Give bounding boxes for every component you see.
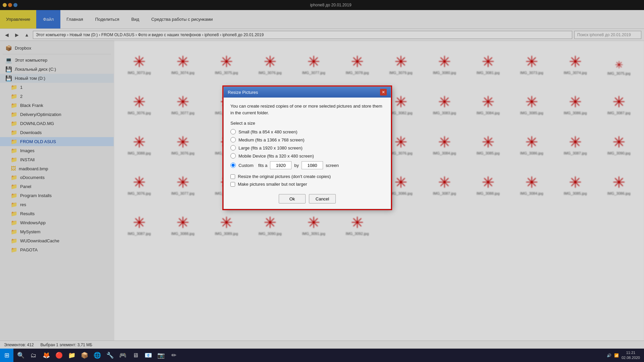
size-option-small[interactable]: Small (fits a 854 x 480 screen) [230, 129, 384, 134]
start-button[interactable]: ⊞ [0, 349, 13, 362]
taskbar-pencil-icon[interactable]: ✏ [168, 349, 180, 361]
custom-by-label: by [294, 163, 299, 168]
size-option-medium[interactable]: Medium (fits a 1366 x 768 screen) [230, 137, 384, 142]
radio-large[interactable] [230, 145, 236, 150]
taskbar-settings-icon[interactable]: 🔧 [104, 349, 116, 361]
radio-small[interactable] [230, 129, 236, 134]
checkbox-resize-original-input[interactable] [230, 174, 235, 179]
taskbar-chrome-icon[interactable]: 🌐 [91, 349, 103, 361]
size-option-large-label: Large (fits a 644 x 362 screen) [238, 145, 303, 150]
clock-date: 02.08.2020 [622, 355, 640, 360]
dialog-close-button[interactable]: ✕ [380, 89, 387, 96]
size-option-medium-label: Medium (fits a 1366 x 768 screen) [238, 137, 305, 142]
taskbar-right: 🔊 📶 11:21 02.08.2020 [607, 350, 644, 361]
checkbox-smaller-only-input[interactable] [230, 182, 235, 187]
custom-height-input[interactable]: 1080 [302, 161, 323, 169]
taskbar-task-view-icon[interactable]: 🗂 [28, 349, 40, 361]
taskbar-icons: 🔍 🗂 🦊 🔴 📁 📦 🌐 🔧 🎮 🖥 📧 📷 ✏ [13, 349, 181, 361]
custom-width-input[interactable]: 1920 [270, 161, 291, 169]
taskbar: ⊞ 🔍 🗂 🦊 🔴 📁 📦 🌐 🔧 🎮 🖥 📧 📷 ✏ 🔊 📶 11:21 02… [0, 349, 644, 362]
taskbar-monitor-icon[interactable]: 🖥 [129, 349, 142, 361]
checkbox-smaller-only-label: Make pictures smaller but not larger [238, 182, 307, 187]
radio-mobile[interactable] [230, 153, 236, 159]
custom-fits-label: fits a [258, 163, 267, 168]
checkbox-smaller-only[interactable]: Make pictures smaller but not larger [230, 182, 384, 187]
size-option-mobile-label: Mobile Device (fits a 320 x 480 screen) [238, 154, 314, 159]
radio-custom[interactable] [230, 163, 236, 168]
clock-time: 11:21 [622, 350, 640, 355]
taskbar-volume-icon[interactable]: 🔊 [607, 353, 611, 358]
taskbar-camera-icon[interactable]: 📷 [155, 349, 167, 361]
size-option-mobile[interactable]: Mobile Device (fits a 320 x 480 screen) [230, 153, 384, 159]
ok-button[interactable]: Ok [279, 194, 306, 203]
taskbar-clock[interactable]: 11:21 02.08.2020 [622, 350, 640, 361]
dialog-body: You can create resized copies of one or … [224, 98, 391, 209]
size-option-small-label: Small (fits a 854 x 480 screen) [238, 129, 298, 134]
checkbox-resize-original-label: Resize the original pictures (don't crea… [238, 174, 331, 179]
taskbar-explorer-icon[interactable]: 📁 [66, 349, 78, 361]
size-option-custom[interactable]: Custom fits a 1920 by 1080 screen [230, 161, 384, 169]
dialog-description: You can create resized copies of one or … [230, 103, 384, 116]
radio-medium[interactable] [230, 137, 236, 142]
taskbar-mail-icon[interactable]: 📧 [142, 349, 154, 361]
taskbar-firefox-icon[interactable]: 🦊 [40, 349, 52, 361]
dialog-title-bar: Resize Pictures ✕ [224, 87, 391, 98]
checkbox-resize-original[interactable]: Resize the original pictures (don't crea… [230, 174, 384, 179]
size-options-group: Small (fits a 854 x 480 screen) Medium (… [230, 129, 384, 169]
taskbar-network-icon[interactable]: 📶 [614, 353, 619, 358]
taskbar-game-icon[interactable]: 🎮 [117, 349, 129, 361]
resize-pictures-dialog: Resize Pictures ✕ You can create resized… [223, 86, 391, 209]
taskbar-dropbox-icon[interactable]: 📦 [78, 349, 91, 361]
custom-screen-label: screen [326, 163, 339, 168]
dialog-overlay: Resize Pictures ✕ You can create resized… [0, 0, 644, 362]
dialog-section-title: Select a size [230, 121, 384, 126]
taskbar-search-icon[interactable]: 🔍 [15, 349, 27, 361]
taskbar-opera-icon[interactable]: 🔴 [53, 349, 65, 361]
custom-row: Custom fits a 1920 by 1080 screen [238, 161, 339, 169]
cancel-button[interactable]: Cancel [309, 194, 336, 203]
size-option-large[interactable]: Large (fits a 644 x 362 screen) [230, 145, 384, 150]
options-checkbox-group: Resize the original pictures (don't crea… [230, 174, 384, 187]
custom-label: Custom [238, 163, 254, 168]
dialog-title: Resize Pictures [228, 90, 258, 95]
dialog-buttons: Ok Cancel [230, 193, 384, 203]
